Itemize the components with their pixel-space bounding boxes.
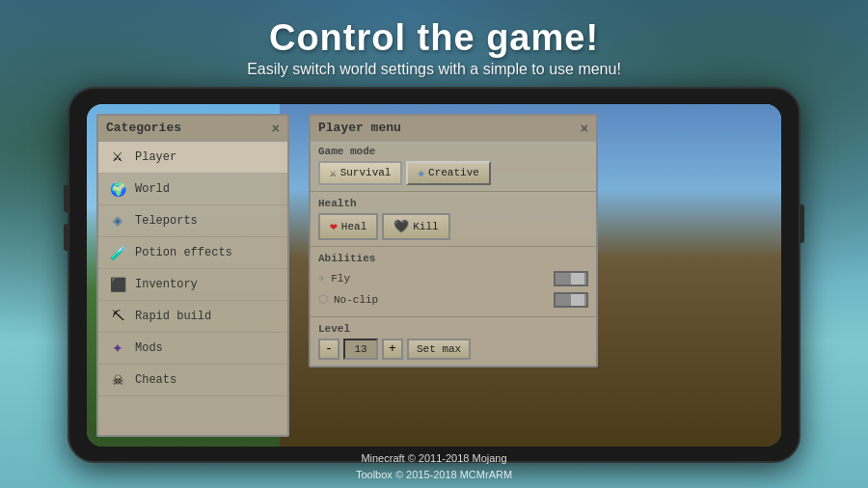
phone-screen: Categories × Player 🌍 World Teleports 🧪 <box>87 104 781 447</box>
heal-label: Heal <box>341 221 366 232</box>
phone-frame: Categories × Player 🌍 World Teleports 🧪 <box>68 87 800 463</box>
creative-label: Creative <box>428 167 479 178</box>
potion-icon: 🧪 <box>108 243 127 262</box>
player-panel-close-button[interactable]: × <box>581 121 588 136</box>
noclip-label-container: ⬡ No-clip <box>318 292 378 307</box>
categories-title: Categories <box>106 121 181 135</box>
noclip-toggle[interactable] <box>554 292 588 308</box>
skull-icon: ☠ <box>108 370 127 390</box>
menu-item-inventory[interactable]: ⬛ Inventory <box>98 269 287 301</box>
sword-icon <box>108 148 127 167</box>
panels-container: Categories × Player 🌍 World Teleports 🧪 <box>96 114 772 437</box>
menu-item-potion-effects[interactable]: 🧪 Potion effects <box>98 237 287 269</box>
game-mode-section: Survival ◈ Creative <box>311 159 596 191</box>
noclip-toggle-knob <box>571 294 584 306</box>
level-minus-button[interactable]: - <box>318 339 339 360</box>
fly-label: Fly <box>331 273 350 285</box>
page-title: Control the game! <box>0 17 868 59</box>
survival-label: Survival <box>340 167 392 178</box>
menu-label-cheats: Cheats <box>135 373 176 387</box>
teleport-icon <box>108 211 127 230</box>
game-mode-label: Game mode <box>311 142 596 159</box>
menu-label-inventory: Inventory <box>135 278 198 291</box>
pickaxe-icon <box>108 307 127 326</box>
abilities-label: Abilities <box>311 249 596 266</box>
menu-label-teleports: Teleports <box>135 214 198 228</box>
abilities-section: ✈ Fly ⬡ No-clip <box>311 266 596 316</box>
player-panel: Player menu × Game mode Survival ◈ Creat… <box>309 114 598 367</box>
chest-icon: ⬛ <box>108 275 127 294</box>
footer-line-2: Toolbox © 2015-2018 MCMrARM <box>0 467 868 483</box>
fly-icon: ✈ <box>318 271 325 285</box>
menu-item-player[interactable]: Player <box>98 142 287 174</box>
noclip-row: ⬡ No-clip <box>318 289 588 311</box>
categories-close-button[interactable]: × <box>272 121 280 136</box>
level-plus-button[interactable]: + <box>382 339 403 360</box>
divider-1 <box>311 191 596 192</box>
creative-icon: ◈ <box>418 167 424 179</box>
kill-label: Kill <box>413 221 438 232</box>
level-value: 13 <box>343 339 378 360</box>
menu-label-world: World <box>135 182 170 196</box>
menu-label-rapid-build: Rapid build <box>135 310 211 323</box>
page-subtitle: Easily switch world settings with a simp… <box>0 61 868 78</box>
player-panel-header: Player menu × <box>311 116 596 142</box>
heal-button[interactable]: ❤ Heal <box>318 213 378 240</box>
health-label: Health <box>311 194 596 211</box>
game-mode-buttons: Survival ◈ Creative <box>318 161 588 185</box>
menu-item-world[interactable]: 🌍 World <box>98 174 287 205</box>
menu-item-teleports[interactable]: Teleports <box>98 205 287 237</box>
menu-item-cheats[interactable]: ☠ Cheats <box>98 365 287 396</box>
noclip-icon: ⬡ <box>318 292 328 307</box>
fly-toggle[interactable] <box>554 271 588 286</box>
divider-2 <box>311 246 596 247</box>
fly-label-container: ✈ Fly <box>318 271 350 285</box>
menu-label-potion-effects: Potion effects <box>135 246 232 259</box>
fly-row: ✈ Fly <box>318 268 588 289</box>
health-section: ❤ Heal 🖤 Kill <box>311 211 596 246</box>
divider-3 <box>311 316 596 317</box>
survival-icon <box>330 167 337 179</box>
globe-icon: 🌍 <box>108 179 127 199</box>
footer-line-1: Minecraft © 2011-2018 Mojang <box>0 450 868 467</box>
noclip-label: No-clip <box>334 294 378 306</box>
phone-volume-down <box>64 224 68 251</box>
menu-item-mods[interactable]: ✦ Mods <box>98 333 287 365</box>
menu-label-player: Player <box>135 150 176 164</box>
survival-button[interactable]: Survival <box>318 161 402 185</box>
categories-panel: Categories × Player 🌍 World Teleports 🧪 <box>96 114 289 437</box>
kill-button[interactable]: 🖤 Kill <box>382 213 449 240</box>
mods-icon: ✦ <box>108 339 127 358</box>
phone-volume-up <box>64 185 68 212</box>
phone-power-button <box>800 204 804 243</box>
set-max-button[interactable]: Set max <box>407 339 471 360</box>
creative-button[interactable]: ◈ Creative <box>406 161 490 185</box>
footer: Minecraft © 2011-2018 Mojang Toolbox © 2… <box>0 450 868 482</box>
health-buttons: ❤ Heal 🖤 Kill <box>318 213 588 240</box>
menu-item-rapid-build[interactable]: Rapid build <box>98 301 287 333</box>
player-panel-title: Player menu <box>318 121 401 135</box>
heart-icon: ❤ <box>330 219 338 234</box>
categories-header: Categories × <box>98 116 287 142</box>
level-section: - 13 + Set max <box>311 337 596 366</box>
fly-toggle-knob <box>571 273 584 285</box>
black-heart-icon: 🖤 <box>393 219 409 234</box>
menu-label-mods: Mods <box>135 341 163 355</box>
level-row: - 13 + Set max <box>318 339 588 360</box>
level-label: Level <box>311 319 596 337</box>
header: Control the game! Easily switch world se… <box>0 0 868 78</box>
